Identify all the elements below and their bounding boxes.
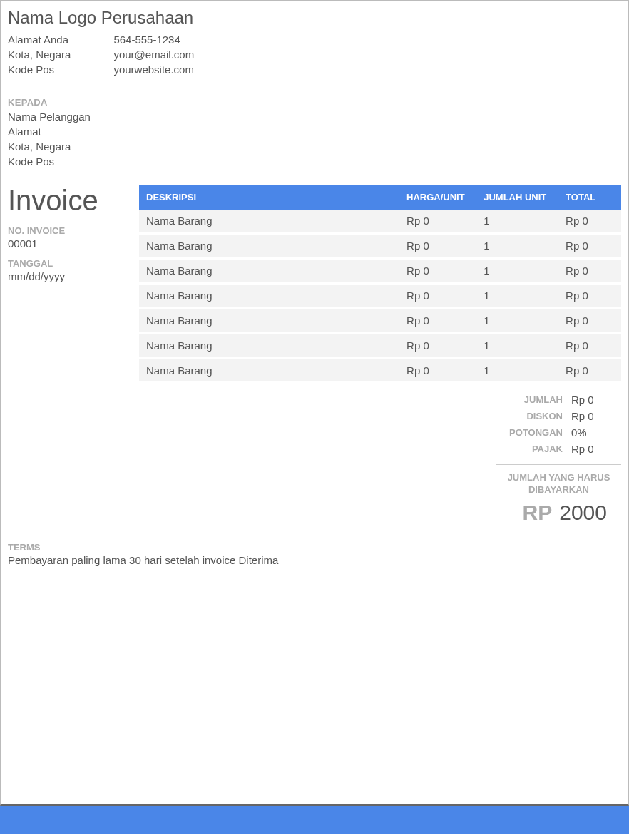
discount-value: Rp 0 <box>571 410 621 422</box>
item-qty: 1 <box>476 308 558 333</box>
item-total: Rp 0 <box>558 333 621 358</box>
table-row: Nama BarangRp 01Rp 0 <box>139 308 621 333</box>
company-name: Nama Logo Perusahaan <box>8 8 621 28</box>
company-email: your@email.com <box>113 47 194 62</box>
summary-divider <box>496 464 621 465</box>
balance-currency: RP <box>523 501 553 525</box>
invoice-no-label: NO. INVOICE <box>8 225 129 236</box>
item-price: Rp 0 <box>399 358 476 381</box>
terms-text: Pembayaran paling lama 30 hari setelah i… <box>8 554 621 566</box>
item-total: Rp 0 <box>558 358 621 381</box>
items-table: DESKRIPSI HARGA/UNIT JUMLAH UNIT TOTAL N… <box>139 185 621 381</box>
item-total: Rp 0 <box>558 233 621 258</box>
deduction-value: 0% <box>571 426 621 439</box>
company-info: Alamat Anda Kota, Negara Kode Pos 564-55… <box>8 32 621 77</box>
item-price: Rp 0 <box>399 283 476 308</box>
item-qty: 1 <box>476 333 558 358</box>
footer-bar <box>0 806 629 834</box>
th-price: HARGA/UNIT <box>399 185 476 210</box>
item-qty: 1 <box>476 258 558 283</box>
item-price: Rp 0 <box>399 210 476 233</box>
item-qty: 1 <box>476 233 558 258</box>
invoice-date-label: TANGGAL <box>8 258 129 269</box>
item-price: Rp 0 <box>399 258 476 283</box>
table-row: Nama BarangRp 01Rp 0 <box>139 358 621 381</box>
item-price: Rp 0 <box>399 308 476 333</box>
item-desc: Nama Barang <box>139 358 399 381</box>
customer-block: Nama Pelanggan Alamat Kota, Negara Kode … <box>8 109 621 169</box>
company-postal: Kode Pos <box>8 62 71 77</box>
tax-label: PAJAK <box>500 444 571 454</box>
item-desc: Nama Barang <box>139 258 399 283</box>
item-qty: 1 <box>476 283 558 308</box>
item-desc: Nama Barang <box>139 283 399 308</box>
th-qty: JUMLAH UNIT <box>476 185 558 210</box>
item-desc: Nama Barang <box>139 210 399 233</box>
item-price: Rp 0 <box>399 233 476 258</box>
summary-block: JUMLAH Rp 0 DISKON Rp 0 POTONGAN 0% PAJA… <box>139 391 621 525</box>
item-qty: 1 <box>476 210 558 233</box>
item-price: Rp 0 <box>399 333 476 358</box>
tax-value: Rp 0 <box>571 443 621 455</box>
th-total: TOTAL <box>558 185 621 210</box>
item-desc: Nama Barang <box>139 308 399 333</box>
item-desc: Nama Barang <box>139 233 399 258</box>
invoice-no-value: 00001 <box>8 237 129 250</box>
item-total: Rp 0 <box>558 210 621 233</box>
discount-label: DISKON <box>500 411 571 421</box>
terms-label: TERMS <box>8 542 621 553</box>
subtotal-label: JUMLAH <box>500 394 571 405</box>
item-total: Rp 0 <box>558 258 621 283</box>
deduction-label: POTONGAN <box>500 427 571 438</box>
company-address: Alamat Anda <box>8 32 71 47</box>
customer-postal: Kode Pos <box>8 154 621 169</box>
company-phone: 564-555-1234 <box>113 32 194 47</box>
invoice-date-value: mm/dd/yyyy <box>8 270 129 282</box>
company-website: yourwebsite.com <box>113 62 194 77</box>
invoice-title: Invoice <box>8 185 129 217</box>
table-row: Nama BarangRp 01Rp 0 <box>139 333 621 358</box>
customer-name: Nama Pelanggan <box>8 109 621 124</box>
balance-amount: 2000 <box>559 501 607 525</box>
table-row: Nama BarangRp 01Rp 0 <box>139 233 621 258</box>
th-desc: DESKRIPSI <box>139 185 399 210</box>
table-row: Nama BarangRp 01Rp 0 <box>139 283 621 308</box>
customer-city: Kota, Negara <box>8 139 621 154</box>
to-label: KEPADA <box>8 97 621 108</box>
item-total: Rp 0 <box>558 283 621 308</box>
item-desc: Nama Barang <box>139 333 399 358</box>
item-total: Rp 0 <box>558 308 621 333</box>
customer-address: Alamat <box>8 124 621 139</box>
invoice-meta: Invoice NO. INVOICE 00001 TANGGAL mm/dd/… <box>8 185 129 525</box>
balance-due-label: JUMLAH YANG HARUS DIBAYARKAN <box>496 472 621 496</box>
company-city: Kota, Negara <box>8 47 71 62</box>
item-qty: 1 <box>476 358 558 381</box>
invoice-page: Nama Logo Perusahaan Alamat Anda Kota, N… <box>0 0 629 806</box>
table-row: Nama BarangRp 01Rp 0 <box>139 210 621 233</box>
subtotal-value: Rp 0 <box>571 394 621 406</box>
table-row: Nama BarangRp 01Rp 0 <box>139 258 621 283</box>
